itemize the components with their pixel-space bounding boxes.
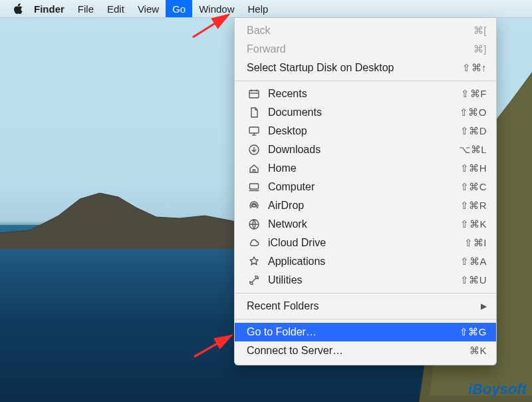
desktop-icon [247, 125, 261, 137]
menu-item-select-startup-disk-on-desktop[interactable]: Select Startup Disk on Desktop⇧⌘↑ [235, 59, 496, 77]
menu-item-shortcut: ⇧⌘O [460, 106, 487, 118]
apple-menu[interactable] [7, 0, 27, 17]
svg-rect-8 [250, 184, 259, 189]
menu-item-label: Downloads [268, 144, 459, 156]
network-icon [247, 218, 261, 230]
menu-item-label: Back [247, 25, 473, 37]
menu-item-network[interactable]: Network⇧⌘K [235, 215, 496, 234]
menu-window[interactable]: Window [192, 0, 241, 17]
menu-item-documents[interactable]: Documents⇧⌘O [235, 103, 496, 122]
menu-item-forward: Forward⌘] [235, 40, 496, 59]
go-menu-dropdown[interactable]: Back⌘[Forward⌘]Select Startup Disk on De… [234, 18, 497, 365]
downloads-icon [247, 144, 261, 156]
menu-finder[interactable]: Finder [27, 0, 71, 17]
menu-bar[interactable]: FinderFileEditViewGoWindowHelp [0, 0, 532, 18]
menu-separator [235, 81, 496, 81]
menu-item-desktop[interactable]: Desktop⇧⌘D [235, 122, 496, 140]
menu-item-shortcut: ⇧⌘G [460, 326, 487, 338]
menu-item-label: Select Startup Disk on Desktop [247, 62, 462, 74]
menu-item-recents[interactable]: Recents⇧⌘F [235, 85, 496, 103]
menu-edit[interactable]: Edit [100, 0, 131, 17]
watermark: iBoysoft [468, 381, 527, 398]
utilities-icon [247, 274, 261, 286]
menu-item-shortcut: ⇧⌘D [460, 125, 487, 137]
home-icon [247, 162, 261, 174]
menu-item-shortcut: ⌘[ [473, 25, 487, 37]
menu-item-label: Go to Folder… [247, 326, 460, 338]
menu-item-go-to-folder[interactable]: Go to Folder…⇧⌘G [235, 323, 496, 341]
menu-view[interactable]: View [131, 0, 166, 17]
svg-rect-0 [249, 91, 259, 98]
menu-separator [235, 319, 496, 319]
documents-icon [247, 106, 261, 118]
recents-icon [247, 88, 261, 100]
menu-item-recent-folders[interactable]: Recent Folders▶ [235, 297, 496, 315]
menu-item-label: Utilities [268, 274, 460, 286]
menu-item-downloads[interactable]: Downloads⌥⌘L [235, 140, 496, 159]
menu-item-back: Back⌘[ [235, 21, 496, 40]
applications-icon [247, 256, 261, 268]
menu-item-connect-to-server[interactable]: Connect to Server…⌘K [235, 341, 496, 360]
airdrop-icon [247, 200, 261, 212]
menu-item-shortcut: ⇧⌘R [460, 200, 487, 212]
menu-go[interactable]: Go [166, 0, 192, 17]
menu-file[interactable]: File [71, 0, 100, 17]
menu-item-label: Home [268, 162, 460, 174]
menu-item-label: Forward [247, 43, 473, 55]
menu-item-shortcut: ⇧⌘U [460, 274, 487, 286]
menu-item-label: Connect to Server… [247, 345, 469, 357]
menu-item-home[interactable]: Home⇧⌘H [235, 159, 496, 178]
menu-item-label: Network [268, 218, 460, 230]
menu-item-label: Applications [268, 256, 460, 268]
menu-item-label: iCloud Drive [268, 237, 464, 249]
computer-icon [247, 181, 261, 193]
menu-item-shortcut: ⇧⌘F [461, 88, 487, 100]
menu-item-label: Documents [268, 106, 460, 118]
menu-item-shortcut: ⇧⌘H [460, 162, 487, 174]
icloud-icon [247, 237, 261, 249]
menu-item-shortcut: ⌘] [473, 43, 487, 55]
submenu-arrow-icon: ▶ [481, 302, 487, 311]
menu-item-computer[interactable]: Computer⇧⌘C [235, 178, 496, 196]
svg-point-10 [253, 204, 255, 207]
menu-separator [235, 293, 496, 294]
menu-item-applications[interactable]: Applications⇧⌘A [235, 252, 496, 271]
menu-item-label: AirDrop [268, 200, 460, 212]
menu-item-label: Desktop [268, 125, 460, 137]
menu-item-shortcut: ⇧⌘↑ [462, 62, 487, 74]
menu-item-icloud-drive[interactable]: iCloud Drive⇧⌘I [235, 234, 496, 252]
menu-item-label: Computer [268, 181, 460, 193]
menu-item-airdrop[interactable]: AirDrop⇧⌘R [235, 196, 496, 215]
menu-item-label: Recents [268, 88, 461, 100]
menu-item-shortcut: ⌥⌘L [459, 144, 487, 156]
menu-item-shortcut: ⇧⌘K [460, 218, 487, 230]
menu-item-shortcut: ⇧⌘C [460, 181, 487, 193]
menu-item-shortcut: ⇧⌘A [460, 256, 487, 268]
svg-rect-4 [249, 127, 259, 133]
menu-help[interactable]: Help [241, 0, 275, 17]
menu-item-utilities[interactable]: Utilities⇧⌘U [235, 271, 496, 290]
menu-item-shortcut: ⌘K [469, 345, 487, 357]
menu-item-shortcut: ⇧⌘I [464, 237, 487, 249]
menu-item-label: Recent Folders [247, 300, 481, 312]
